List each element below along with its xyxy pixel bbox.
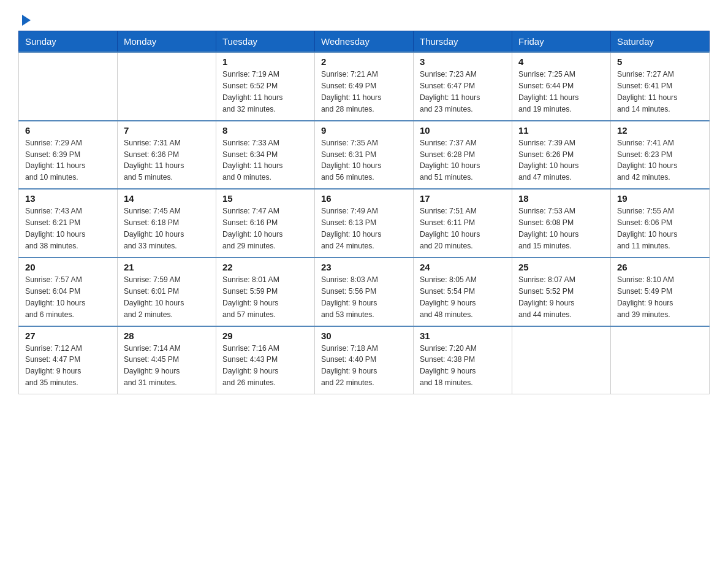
day-number: 28 <box>124 331 210 341</box>
day-number: 5 <box>617 56 703 67</box>
day-number: 22 <box>222 262 308 272</box>
calendar-cell: 21Sunrise: 7:59 AM Sunset: 6:01 PM Dayli… <box>118 258 216 326</box>
calendar-table: SundayMondayTuesdayWednesdayThursdayFrid… <box>18 31 710 394</box>
day-number: 17 <box>420 193 506 204</box>
day-number: 26 <box>617 262 703 272</box>
day-info: Sunrise: 7:43 AM Sunset: 6:21 PM Dayligh… <box>25 205 111 252</box>
day-number: 18 <box>518 193 604 204</box>
day-info: Sunrise: 7:33 AM Sunset: 6:34 PM Dayligh… <box>222 137 308 184</box>
day-info: Sunrise: 7:41 AM Sunset: 6:23 PM Dayligh… <box>617 137 703 184</box>
day-info: Sunrise: 7:21 AM Sunset: 6:49 PM Dayligh… <box>321 69 407 115</box>
day-number: 6 <box>25 125 111 136</box>
calendar-cell: 28Sunrise: 7:14 AM Sunset: 4:45 PM Dayli… <box>118 326 216 394</box>
calendar-cell: 2Sunrise: 7:21 AM Sunset: 6:49 PM Daylig… <box>315 52 414 121</box>
calendar-cell: 17Sunrise: 7:51 AM Sunset: 6:11 PM Dayli… <box>414 189 512 258</box>
calendar-cell: 1Sunrise: 7:19 AM Sunset: 6:52 PM Daylig… <box>216 52 315 121</box>
calendar-cell: 25Sunrise: 8:07 AM Sunset: 5:52 PM Dayli… <box>512 258 611 326</box>
day-info: Sunrise: 7:57 AM Sunset: 6:04 PM Dayligh… <box>25 274 111 321</box>
day-info: Sunrise: 7:25 AM Sunset: 6:44 PM Dayligh… <box>518 69 604 115</box>
calendar-cell: 27Sunrise: 7:12 AM Sunset: 4:47 PM Dayli… <box>19 326 118 394</box>
day-info: Sunrise: 7:16 AM Sunset: 4:43 PM Dayligh… <box>222 343 308 389</box>
weekday-header-monday: Monday <box>118 31 216 53</box>
day-number: 4 <box>518 56 604 67</box>
calendar-cell: 26Sunrise: 8:10 AM Sunset: 5:49 PM Dayli… <box>611 258 710 326</box>
day-number: 12 <box>617 125 703 136</box>
page-header <box>18 12 710 25</box>
calendar-cell: 10Sunrise: 7:37 AM Sunset: 6:28 PM Dayli… <box>414 121 512 190</box>
week-row-2: 6Sunrise: 7:29 AM Sunset: 6:39 PM Daylig… <box>19 121 710 190</box>
calendar-cell: 4Sunrise: 7:25 AM Sunset: 6:44 PM Daylig… <box>512 52 611 121</box>
day-number: 10 <box>420 125 506 136</box>
day-number: 24 <box>420 262 506 272</box>
day-info: Sunrise: 7:39 AM Sunset: 6:26 PM Dayligh… <box>518 137 604 184</box>
day-number: 11 <box>518 125 604 136</box>
day-number: 19 <box>617 193 703 204</box>
calendar-cell: 7Sunrise: 7:31 AM Sunset: 6:36 PM Daylig… <box>118 121 216 190</box>
day-info: Sunrise: 8:10 AM Sunset: 5:49 PM Dayligh… <box>617 274 703 321</box>
day-number: 21 <box>124 262 210 272</box>
day-number: 15 <box>222 193 308 204</box>
weekday-header-wednesday: Wednesday <box>315 31 414 53</box>
week-row-4: 20Sunrise: 7:57 AM Sunset: 6:04 PM Dayli… <box>19 258 710 326</box>
calendar-cell: 19Sunrise: 7:55 AM Sunset: 6:06 PM Dayli… <box>611 189 710 258</box>
calendar-cell <box>118 52 216 121</box>
day-info: Sunrise: 8:03 AM Sunset: 5:56 PM Dayligh… <box>321 274 407 321</box>
day-info: Sunrise: 7:12 AM Sunset: 4:47 PM Dayligh… <box>25 343 111 389</box>
day-number: 2 <box>321 56 407 67</box>
calendar-cell: 31Sunrise: 7:20 AM Sunset: 4:38 PM Dayli… <box>414 326 512 394</box>
logo <box>18 12 33 25</box>
day-info: Sunrise: 7:59 AM Sunset: 6:01 PM Dayligh… <box>124 274 210 321</box>
calendar-cell: 6Sunrise: 7:29 AM Sunset: 6:39 PM Daylig… <box>19 121 118 190</box>
week-row-1: 1Sunrise: 7:19 AM Sunset: 6:52 PM Daylig… <box>19 52 710 121</box>
day-info: Sunrise: 7:31 AM Sunset: 6:36 PM Dayligh… <box>124 137 210 184</box>
weekday-header-saturday: Saturday <box>611 31 710 53</box>
day-info: Sunrise: 7:51 AM Sunset: 6:11 PM Dayligh… <box>420 205 506 252</box>
calendar-cell: 29Sunrise: 7:16 AM Sunset: 4:43 PM Dayli… <box>216 326 315 394</box>
day-info: Sunrise: 7:23 AM Sunset: 6:47 PM Dayligh… <box>420 69 506 115</box>
day-number: 20 <box>25 262 111 272</box>
day-number: 31 <box>420 331 506 341</box>
day-info: Sunrise: 7:37 AM Sunset: 6:28 PM Dayligh… <box>420 137 506 184</box>
calendar-cell: 9Sunrise: 7:35 AM Sunset: 6:31 PM Daylig… <box>315 121 414 190</box>
day-info: Sunrise: 7:14 AM Sunset: 4:45 PM Dayligh… <box>124 343 210 389</box>
day-info: Sunrise: 8:07 AM Sunset: 5:52 PM Dayligh… <box>518 274 604 321</box>
calendar-cell <box>611 326 710 394</box>
day-number: 16 <box>321 193 407 204</box>
day-info: Sunrise: 7:20 AM Sunset: 4:38 PM Dayligh… <box>420 343 506 389</box>
day-number: 30 <box>321 331 407 341</box>
day-number: 29 <box>222 331 308 341</box>
day-number: 9 <box>321 125 407 136</box>
day-info: Sunrise: 7:45 AM Sunset: 6:18 PM Dayligh… <box>124 205 210 252</box>
calendar-cell <box>512 326 611 394</box>
day-info: Sunrise: 7:29 AM Sunset: 6:39 PM Dayligh… <box>25 137 111 184</box>
day-number: 7 <box>124 125 210 136</box>
calendar-cell: 15Sunrise: 7:47 AM Sunset: 6:16 PM Dayli… <box>216 189 315 258</box>
calendar-cell: 16Sunrise: 7:49 AM Sunset: 6:13 PM Dayli… <box>315 189 414 258</box>
day-number: 8 <box>222 125 308 136</box>
day-info: Sunrise: 7:49 AM Sunset: 6:13 PM Dayligh… <box>321 205 407 252</box>
calendar-cell: 20Sunrise: 7:57 AM Sunset: 6:04 PM Dayli… <box>19 258 118 326</box>
calendar-cell: 5Sunrise: 7:27 AM Sunset: 6:41 PM Daylig… <box>611 52 710 121</box>
day-number: 27 <box>25 331 111 341</box>
week-row-3: 13Sunrise: 7:43 AM Sunset: 6:21 PM Dayli… <box>19 189 710 258</box>
day-number: 13 <box>25 193 111 204</box>
weekday-header-sunday: Sunday <box>19 31 118 53</box>
calendar-cell: 30Sunrise: 7:18 AM Sunset: 4:40 PM Dayli… <box>315 326 414 394</box>
day-info: Sunrise: 7:47 AM Sunset: 6:16 PM Dayligh… <box>222 205 308 252</box>
day-number: 1 <box>222 56 308 67</box>
day-info: Sunrise: 7:55 AM Sunset: 6:06 PM Dayligh… <box>617 205 703 252</box>
calendar-cell: 13Sunrise: 7:43 AM Sunset: 6:21 PM Dayli… <box>19 189 118 258</box>
svg-marker-0 <box>22 15 31 26</box>
calendar-cell: 12Sunrise: 7:41 AM Sunset: 6:23 PM Dayli… <box>611 121 710 190</box>
calendar-cell: 8Sunrise: 7:33 AM Sunset: 6:34 PM Daylig… <box>216 121 315 190</box>
calendar-cell: 11Sunrise: 7:39 AM Sunset: 6:26 PM Dayli… <box>512 121 611 190</box>
calendar-cell: 14Sunrise: 7:45 AM Sunset: 6:18 PM Dayli… <box>118 189 216 258</box>
calendar-cell: 3Sunrise: 7:23 AM Sunset: 6:47 PM Daylig… <box>414 52 512 121</box>
calendar-cell: 23Sunrise: 8:03 AM Sunset: 5:56 PM Dayli… <box>315 258 414 326</box>
day-info: Sunrise: 8:01 AM Sunset: 5:59 PM Dayligh… <box>222 274 308 321</box>
day-number: 14 <box>124 193 210 204</box>
day-info: Sunrise: 7:27 AM Sunset: 6:41 PM Dayligh… <box>617 69 703 115</box>
day-info: Sunrise: 7:18 AM Sunset: 4:40 PM Dayligh… <box>321 343 407 389</box>
day-number: 3 <box>420 56 506 67</box>
calendar-cell: 24Sunrise: 8:05 AM Sunset: 5:54 PM Dayli… <box>414 258 512 326</box>
